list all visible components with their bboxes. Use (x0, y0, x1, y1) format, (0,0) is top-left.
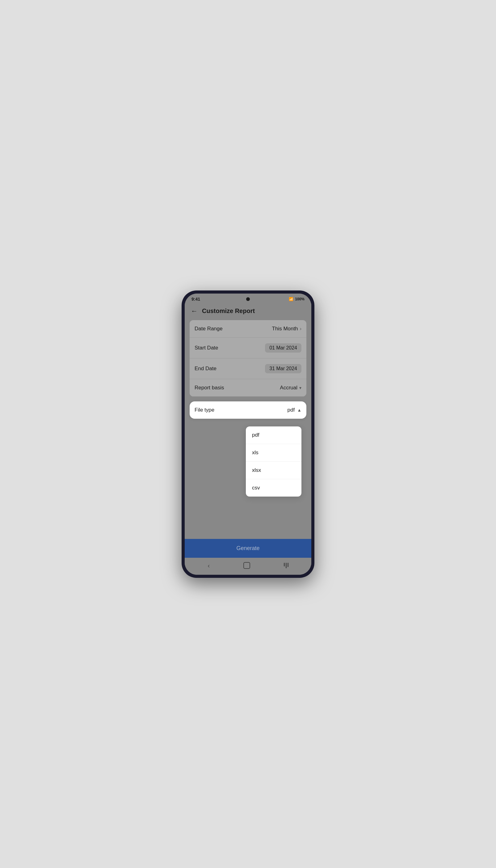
phone-screen: 9:41 📶 100% ← Customize Report Date Ran (185, 293, 311, 575)
back-button[interactable]: ← (191, 307, 198, 315)
file-type-card[interactable]: File type pdf ▲ (190, 401, 306, 419)
status-icons: 📶 100% (289, 297, 305, 301)
status-time: 9:41 (191, 296, 200, 302)
chevron-up-icon: ▲ (297, 408, 301, 412)
dropdown-item-xlsx[interactable]: xlsx (246, 462, 301, 479)
dropdown-item-xls[interactable]: xls (246, 444, 301, 462)
battery-icon: 100% (295, 297, 305, 301)
end-date-value: 31 Mar 2024 (265, 364, 301, 373)
nav-recent-button[interactable] (284, 563, 289, 568)
file-type-label: File type (195, 407, 214, 413)
report-basis-row[interactable]: Report basis Accrual ▾ (190, 379, 306, 396)
file-type-value: pdf ▲ (288, 407, 302, 413)
report-basis-value: Accrual ▾ (280, 385, 301, 391)
navigation-bar: ‹ (185, 558, 311, 575)
nav-home-button[interactable] (243, 562, 250, 569)
content-area: Date Range This Month › Start Date 01 Ma… (185, 320, 311, 539)
recent-bar-2 (286, 563, 286, 568)
page-title: Customize Report (202, 307, 255, 315)
date-range-label: Date Range (195, 326, 223, 332)
nav-back-button[interactable]: ‹ (207, 562, 210, 569)
chevron-down-icon: ▾ (299, 385, 301, 390)
recent-bar-1 (284, 563, 285, 566)
start-date-label: Start Date (195, 345, 218, 351)
date-range-row[interactable]: Date Range This Month › (190, 320, 306, 338)
recent-bar-3 (288, 563, 289, 567)
dropdown-item-pdf[interactable]: pdf (246, 426, 301, 444)
main-screen: ← Customize Report Date Range This Month… (185, 303, 311, 575)
page-header: ← Customize Report (185, 303, 311, 320)
status-bar: 9:41 📶 100% (185, 293, 311, 303)
generate-button[interactable]: Generate (185, 539, 311, 558)
end-date-label: End Date (195, 366, 217, 372)
report-basis-label: Report basis (195, 385, 224, 391)
wifi-icon: 📶 (289, 297, 293, 301)
file-type-dropdown: pdf xls xlsx csv (246, 426, 301, 497)
chevron-right-icon: › (300, 326, 301, 332)
start-date-row[interactable]: Start Date 01 Mar 2024 (190, 338, 306, 359)
end-date-row[interactable]: End Date 31 Mar 2024 (190, 359, 306, 379)
start-date-value: 01 Mar 2024 (265, 343, 301, 353)
start-date-box: 01 Mar 2024 (265, 343, 301, 353)
end-date-box: 31 Mar 2024 (265, 364, 301, 373)
dropdown-item-csv[interactable]: csv (246, 479, 301, 497)
date-range-value: This Month › (272, 326, 301, 332)
phone-device: 9:41 📶 100% ← Customize Report Date Ran (182, 290, 314, 578)
file-type-selected: pdf (288, 407, 295, 413)
form-section: Date Range This Month › Start Date 01 Ma… (190, 320, 306, 396)
camera-cutout (246, 297, 250, 301)
